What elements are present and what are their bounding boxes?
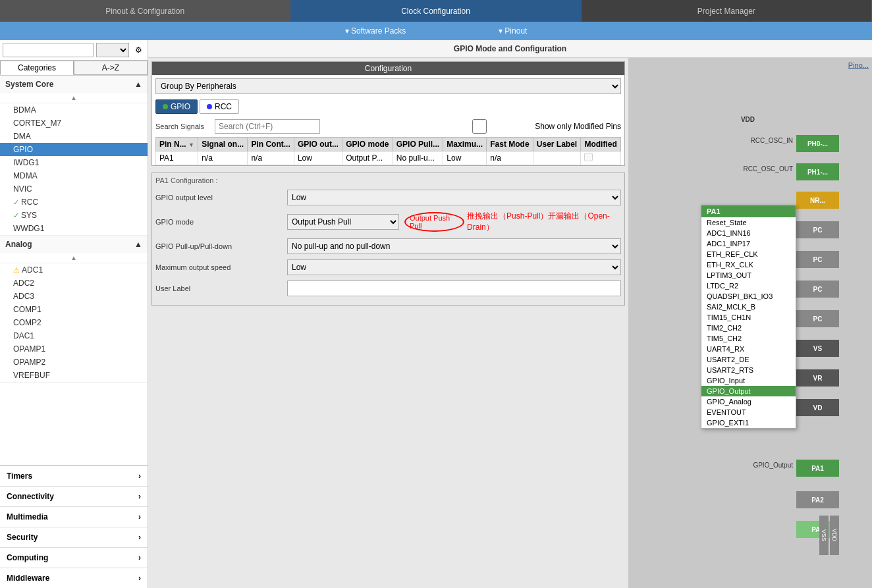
sidebar-item-opamp2[interactable]: OPAMP2 (0, 356, 148, 369)
pin-pa2[interactable]: PA2 (796, 491, 839, 508)
sidebar-item-computing[interactable]: Computing › (0, 547, 148, 568)
tab-clock-config[interactable]: Clock Configuration (290, 0, 581, 22)
pin-vr[interactable]: VR (796, 369, 839, 387)
tab-atoz[interactable]: A->Z (74, 61, 148, 75)
sidebar-item-security[interactable]: Security › (0, 527, 148, 547)
th-maximum[interactable]: Maximu... (443, 138, 487, 151)
vdd-pin[interactable]: VDD (830, 516, 839, 555)
search-dropdown[interactable] (96, 43, 129, 57)
th-pin-name[interactable]: Pin N... ▼ (156, 138, 198, 151)
sidebar-item-sys[interactable]: SYS (0, 209, 148, 222)
th-modified[interactable]: Modified (581, 138, 621, 151)
dropdown-item-reset[interactable]: Reset_State (701, 217, 796, 228)
dropdown-item-eventout[interactable]: EVENTOUT (701, 407, 796, 417)
pin-vs[interactable]: VS (796, 340, 839, 357)
dropdown-item-usart2-rts[interactable]: USART2_RTS (701, 365, 796, 375)
section-analog-header[interactable]: Analog ▲ (0, 236, 148, 253)
sidebar-item-connectivity[interactable]: Connectivity › (0, 486, 148, 506)
dropdown-item-usart2-de[interactable]: USART2_DE (701, 354, 796, 365)
dropdown-item-quadspi[interactable]: QUADSPI_BK1_IO3 (701, 291, 796, 302)
dropdown-item-eth-rx[interactable]: ETH_RX_CLK (701, 259, 796, 270)
vss-pin[interactable]: VSS (819, 516, 829, 555)
pinout-btn[interactable]: ▾ Pinout (485, 22, 540, 40)
tab-categories[interactable]: Categories (0, 61, 74, 75)
select-gpio-mode[interactable]: Output Push Pull (287, 214, 399, 230)
dropdown-item-ltdc[interactable]: LTDC_R2 (701, 281, 796, 291)
input-user-label[interactable] (287, 281, 621, 296)
select-pull-updown[interactable]: No pull-up and no pull-down (287, 238, 621, 254)
cell-fast-mode: n/a (487, 151, 533, 165)
sidebar-item-wwdg1[interactable]: WWDG1 (0, 222, 148, 235)
tab-project-manager[interactable]: Project Manager (582, 0, 872, 22)
dropdown-item-gpio-output[interactable]: GPIO_Output (701, 386, 796, 396)
pin-pc1[interactable]: PC (796, 221, 839, 238)
th-gpio-mode[interactable]: GPIO mode (342, 138, 393, 151)
pin-pc3[interactable]: PC (796, 281, 839, 298)
sidebar-item-adc3[interactable]: ADC3 (0, 290, 148, 303)
dropdown-item-gpio-analog[interactable]: GPIO_Analog (701, 396, 796, 407)
pino-label[interactable]: Pino... (848, 61, 869, 69)
dropdown-menu: PA1 Reset_State ADC1_INN16 ADC1_INP17 ET… (701, 205, 796, 429)
dropdown-item-tim2[interactable]: TIM2_CH2 (701, 323, 796, 333)
dropdown-item-lptim3[interactable]: LPTIM3_OUT (701, 270, 796, 281)
tab-pinout-config[interactable]: Pinout & Configuration (0, 0, 290, 22)
sidebar-item-cortex[interactable]: CORTEX_M7 (0, 117, 148, 130)
select-max-speed[interactable]: Low (287, 259, 621, 275)
show-modified-checkbox[interactable] (427, 119, 532, 134)
sidebar-item-adc2[interactable]: ADC2 (0, 277, 148, 290)
gpio-tab-rcc[interactable]: RCC (200, 99, 239, 114)
sidebar-item-dma[interactable]: DMA (0, 130, 148, 143)
sidebar-item-comp2[interactable]: COMP2 (0, 316, 148, 329)
dropdown-item-adc1-inn16[interactable]: ADC1_INN16 (701, 228, 796, 238)
th-signal[interactable]: Signal on... (198, 138, 248, 151)
sidebar-item-bdma[interactable]: BDMA (0, 103, 148, 117)
pin-ph1[interactable]: PH1-... (796, 163, 839, 180)
sub-navigation: ▾ Software Packs ▾ Pinout (0, 22, 872, 40)
scroll-up-arrow[interactable]: ▲ (0, 93, 148, 103)
sidebar-item-mdma[interactable]: MDMA (0, 169, 148, 182)
th-user-label[interactable]: User Label (533, 138, 581, 151)
th-gpio-pull[interactable]: GPIO Pull... (393, 138, 443, 151)
dropdown-item-sai2[interactable]: SAI2_MCLK_B (701, 302, 796, 312)
sidebar-item-adc1[interactable]: ADC1 (0, 263, 148, 277)
sidebar-item-nvic[interactable]: NVIC (0, 182, 148, 196)
scroll-up-analog[interactable]: ▲ (0, 253, 148, 263)
sidebar-item-dac1[interactable]: DAC1 (0, 329, 148, 342)
sidebar-item-multimedia[interactable]: Multimedia › (0, 506, 148, 527)
sidebar-item-middleware[interactable]: Middleware › (0, 568, 148, 588)
select-output-level[interactable]: Low (287, 190, 621, 205)
dropdown-item-tim15[interactable]: TIM15_CH1N (701, 312, 796, 323)
sidebar-item-timers[interactable]: Timers › (0, 466, 148, 486)
gpio-tab-gpio[interactable]: GPIO (155, 99, 198, 114)
gear-icon[interactable]: ⚙ (132, 43, 145, 57)
pin-vd[interactable]: VD (796, 399, 839, 416)
cell-user-label (533, 151, 581, 165)
dropdown-item-uart4[interactable]: UART4_RX (701, 344, 796, 354)
sidebar-item-comp1[interactable]: COMP1 (0, 303, 148, 316)
sidebar-item-iwdg1[interactable]: IWDG1 (0, 156, 148, 169)
pin-ph0[interactable]: PH0-... (796, 135, 839, 152)
search-input[interactable] (3, 43, 94, 57)
sidebar-item-rcc[interactable]: RCC (0, 196, 148, 209)
dropdown-item-adc1-inp17[interactable]: ADC1_INP17 (701, 238, 796, 249)
th-pin-cont[interactable]: Pin Cont... (248, 138, 294, 151)
sidebar-item-opamp1[interactable]: OPAMP1 (0, 342, 148, 356)
dropdown-item-gpio-input[interactable]: GPIO_Input (701, 375, 796, 386)
section-system-core-header[interactable]: System Core ▲ (0, 76, 148, 93)
th-fast-mode[interactable]: Fast Mode (487, 138, 533, 151)
sidebar-item-vrefbuf[interactable]: VREFBUF (0, 369, 148, 382)
modified-checkbox[interactable] (584, 153, 593, 161)
pin-nr[interactable]: NR... (796, 192, 839, 209)
pin-pc4[interactable]: PC (796, 310, 839, 327)
dropdown-item-eth-ref[interactable]: ETH_REF_CLK (701, 249, 796, 259)
th-gpio-out[interactable]: GPIO out... (294, 138, 342, 151)
sidebar-item-gpio[interactable]: GPIO (0, 143, 148, 156)
dropdown-item-tim5[interactable]: TIM5_CH2 (701, 333, 796, 344)
dropdown-item-gpio-exti1[interactable]: GPIO_EXTI1 (701, 417, 796, 428)
search-signals-input[interactable] (215, 119, 320, 134)
pin-pa1[interactable]: PA1 (796, 460, 839, 477)
group-by-select[interactable]: Group By Peripherals (155, 78, 621, 94)
software-packs-btn[interactable]: ▾ Software Packs (332, 22, 420, 40)
pin-pc2[interactable]: PC (796, 251, 839, 268)
table-row[interactable]: PA1 n/a n/a Low Output P... No pull-u...… (156, 151, 621, 165)
